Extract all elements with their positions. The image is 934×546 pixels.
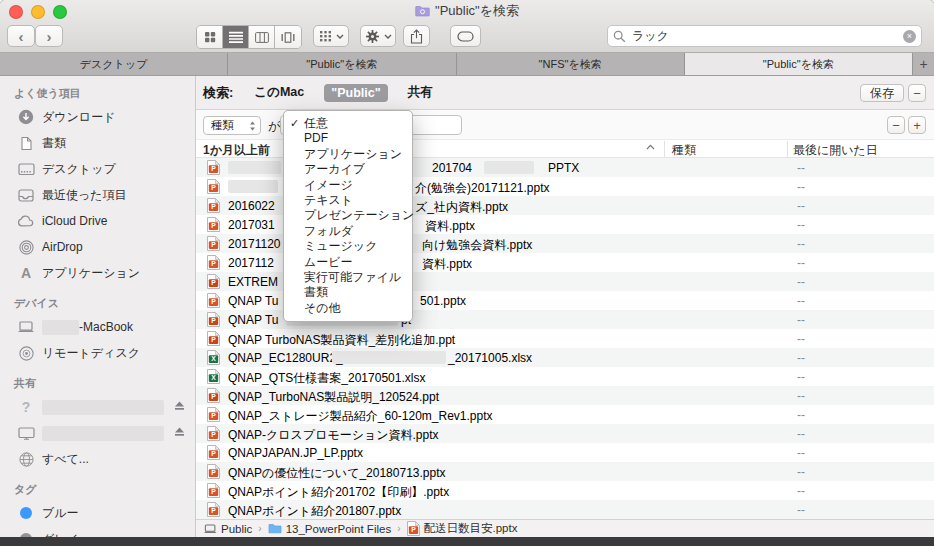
file-name: QNAP TurboNAS製品資料_差別化追加.ppt (228, 332, 455, 349)
file-row[interactable]: XQNAP_QTS仕様書案_20170501.xlsx-- (196, 367, 934, 386)
menu-item[interactable]: 実行可能ファイル (284, 270, 412, 285)
collapse-criteria-button[interactable]: − (908, 84, 926, 102)
file-row[interactable]: PQNAP_TurboNAS製品説明_120524.ppt-- (196, 386, 934, 405)
group-button[interactable] (313, 25, 349, 47)
sort-caret-icon[interactable] (646, 144, 655, 150)
back-button[interactable]: ‹ (7, 25, 35, 47)
file-name: QNAP_EC1280UR2_ (228, 351, 343, 365)
menu-item[interactable]: その他 (284, 301, 412, 316)
file-name: 資料.pptx (422, 256, 472, 273)
path-item[interactable]: P配送日数目安.pptx (407, 521, 518, 536)
gallery-view-button[interactable] (275, 26, 301, 48)
search-scope-button[interactable]: このMac (247, 82, 311, 103)
menu-item[interactable]: アプリケーション (284, 147, 412, 162)
column-view-button[interactable] (249, 26, 275, 48)
remove-criteria-button[interactable]: − (887, 116, 905, 134)
menu-item[interactable]: ムービー (284, 255, 412, 270)
tab-3[interactable]: "NFS"を検索 (457, 53, 685, 75)
file-row[interactable]: PQNAP-クロスプロモーション資料.pptx-- (196, 424, 934, 443)
search-input[interactable] (630, 28, 899, 44)
sidebar-item[interactable] (0, 420, 195, 446)
recents-icon (17, 189, 35, 202)
file-name: QNAPポイント紹介201702【印刷】.pptx (228, 484, 449, 501)
sidebar-item[interactable]: Aアプリケーション (0, 260, 195, 286)
ppt-file-icon: P (207, 274, 220, 289)
menu-item[interactable]: ミュージック (284, 239, 412, 254)
share-button[interactable] (403, 25, 430, 47)
sidebar-item[interactable]: 書類 (0, 130, 195, 156)
last-opened-value: -- (797, 199, 805, 213)
action-button[interactable] (360, 25, 396, 47)
menu-item[interactable]: ✓任意 (284, 116, 412, 131)
ppt-file-icon: P (207, 312, 220, 327)
file-row[interactable]: PQNAPJAPAN.JP_LP.pptx-- (196, 443, 934, 462)
file-row[interactable]: PQNAPポイント紹介201807.pptx-- (196, 500, 934, 519)
kind-attribute-popup[interactable]: 種類 (203, 116, 261, 135)
path-item[interactable]: Public (203, 523, 252, 535)
menu-item-label: ムービー (304, 255, 353, 269)
icon-view-button[interactable] (197, 26, 223, 48)
file-row[interactable]: PQNAPポイント紹介201702【印刷】.pptx-- (196, 481, 934, 500)
search-field[interactable]: × (607, 25, 922, 47)
menu-item[interactable]: PDF (284, 131, 412, 146)
sidebar-item[interactable]: 最近使った項目 (0, 182, 195, 208)
sidebar-item[interactable]: ブルー (0, 500, 195, 526)
menu-item[interactable]: プレゼンテーション (284, 208, 412, 223)
last-opened-value: -- (797, 294, 805, 308)
file-row[interactable]: XQNAP_EC1280UR2__20171005.xlsx-- (196, 348, 934, 367)
tag-button[interactable] (450, 25, 481, 47)
last-opened-value: -- (797, 484, 805, 498)
save-search-button[interactable]: 保存 (860, 84, 904, 102)
path-item-label: 配送日数目安.pptx (424, 521, 518, 536)
sidebar-item-label: ブルー (42, 505, 79, 522)
file-name: QNAP_QTS仕様書案_20170501.xlsx (228, 370, 425, 387)
pptx-file-icon: P (207, 407, 220, 422)
add-criteria-button[interactable]: + (908, 116, 926, 134)
desktop-icon (17, 163, 35, 176)
file-row[interactable]: PQNAP_ストレージ製品紹介_60-120m_Rev1.pptx-- (196, 405, 934, 424)
menu-item[interactable]: フォルダ (284, 224, 412, 239)
sidebar-item[interactable]: AirDrop (0, 234, 195, 260)
sidebar-item[interactable]: デスクトップ (0, 156, 195, 182)
search-scope-button[interactable]: 共有 (401, 82, 440, 103)
search-scope-button[interactable]: "Public" (324, 84, 387, 102)
sidebar-item[interactable]: グレイ (0, 526, 195, 537)
last-opened-value: -- (797, 180, 805, 194)
sidebar-item[interactable]: iCloud Drive (0, 208, 195, 234)
file-name: QNAPポイント紹介201807.pptx (228, 503, 401, 520)
list-view-button[interactable] (223, 26, 249, 48)
menu-item[interactable]: アーカイブ (284, 162, 412, 177)
sidebar-item[interactable]: リモートディスク (0, 340, 195, 366)
menu-item[interactable]: イメージ (284, 178, 412, 193)
sidebar-item[interactable]: ? (0, 394, 195, 420)
airdrop-icon (17, 240, 35, 255)
clear-search-icon[interactable]: × (903, 30, 916, 43)
menu-item[interactable]: テキスト (284, 193, 412, 208)
eject-icon[interactable] (174, 426, 185, 437)
menu-item-label: テキスト (304, 193, 353, 207)
eject-icon[interactable] (174, 400, 185, 411)
path-item[interactable]: 13_PowerPoint Files (268, 523, 391, 535)
file-name: EXTREM (228, 275, 278, 289)
tab-1[interactable]: デスクトップ (0, 53, 228, 75)
svg-text:P: P (211, 184, 216, 191)
back-chevron-icon: ‹ (19, 29, 24, 44)
sidebar-section-title: よく使う項目 (0, 76, 195, 104)
pptx-file-icon: P (207, 236, 220, 251)
new-tab-button[interactable]: + (913, 53, 934, 75)
sidebar-item[interactable]: すべて... (0, 446, 195, 472)
question-icon: ? (17, 399, 35, 415)
forward-button[interactable]: › (35, 25, 63, 47)
xlsx-file-icon: X (207, 369, 220, 384)
file-row[interactable]: PQNAPの優位性について_20180713.pptx-- (196, 462, 934, 481)
menu-item[interactable]: 書類 (284, 285, 412, 300)
criteria-connector: が (268, 118, 280, 135)
file-name: QNAP_TurboNAS製品説明_120524.ppt (228, 389, 439, 406)
column-header-last-opened[interactable]: 最後に開いた日 (793, 142, 878, 159)
file-row[interactable]: PQNAP TurboNAS製品資料_差別化追加.ppt-- (196, 329, 934, 348)
tab-4[interactable]: "Public"を検索 (685, 53, 913, 75)
sidebar-item[interactable]: ダウンロード (0, 104, 195, 130)
sidebar-item[interactable]: -MacBook (0, 314, 195, 340)
tab-2[interactable]: "Public"を検索 (228, 53, 456, 75)
column-header-kind[interactable]: 種類 (672, 142, 696, 159)
